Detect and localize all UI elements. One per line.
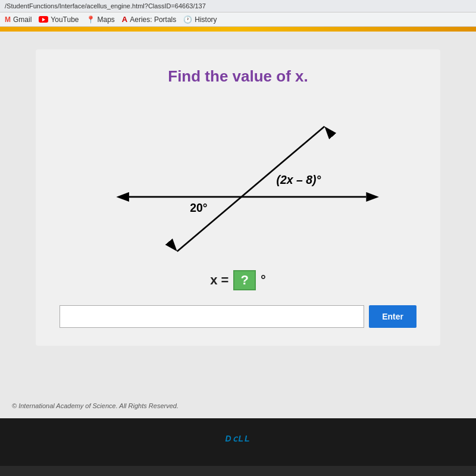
svg-line-5 xyxy=(177,126,325,251)
bookmark-aeries-label: Aeries: Portals xyxy=(130,15,176,24)
bookmark-gmail[interactable]: M Gmail xyxy=(5,15,32,24)
youtube-icon xyxy=(39,16,48,23)
dell-logo-text: DᴄLL xyxy=(225,434,250,443)
answer-input[interactable] xyxy=(60,305,364,328)
bookmark-history-label: History xyxy=(195,15,217,24)
bookmark-youtube-label: YouTube xyxy=(51,15,79,24)
svg-text:20°: 20° xyxy=(190,201,207,214)
address-bar: /StudentFunctions/Interface/acellus_engi… xyxy=(0,0,476,12)
bookmark-maps[interactable]: 📍 Maps xyxy=(86,15,115,24)
accent-bar xyxy=(0,27,476,32)
svg-text:(2x – 8)°: (2x – 8)° xyxy=(277,173,321,186)
bookmark-maps-label: Maps xyxy=(98,15,115,24)
gmail-icon: M xyxy=(5,15,11,24)
input-row: Enter xyxy=(60,305,416,328)
url-text: /StudentFunctions/Interface/acellus_engi… xyxy=(5,2,206,10)
diagram-container: (2x – 8)° 20° xyxy=(60,98,416,264)
bookmark-aeries[interactable]: A Aeries: Portals xyxy=(122,15,176,24)
maps-icon: 📍 xyxy=(86,15,95,24)
dell-logo: DᴄLL xyxy=(225,433,250,452)
content-card: Find the value of x. xyxy=(36,49,440,346)
bookmark-history[interactable]: 🕐 History xyxy=(183,15,217,24)
bookmark-youtube[interactable]: YouTube xyxy=(39,15,79,24)
aeries-icon: A xyxy=(122,15,127,24)
bookmarks-bar: M Gmail YouTube 📍 Maps A Aeries: Portals… xyxy=(0,12,476,26)
history-icon: 🕐 xyxy=(183,15,192,24)
main-content: Find the value of x. xyxy=(0,32,476,418)
question-title: Find the value of x. xyxy=(60,67,416,86)
bottom-bar: DᴄLL xyxy=(0,418,476,466)
geometry-diagram: (2x – 8)° 20° xyxy=(60,98,416,264)
browser-chrome: /StudentFunctions/Interface/acellus_engi… xyxy=(0,0,476,27)
answer-prefix: x = xyxy=(210,273,228,288)
degree-symbol: ° xyxy=(261,273,266,288)
answer-box: ? xyxy=(233,270,255,290)
footer-copyright: © International Academy of Science. All … xyxy=(12,402,178,409)
answer-area: x = ? ° xyxy=(60,270,416,290)
enter-button[interactable]: Enter xyxy=(369,305,416,328)
bookmark-gmail-label: Gmail xyxy=(13,15,32,24)
